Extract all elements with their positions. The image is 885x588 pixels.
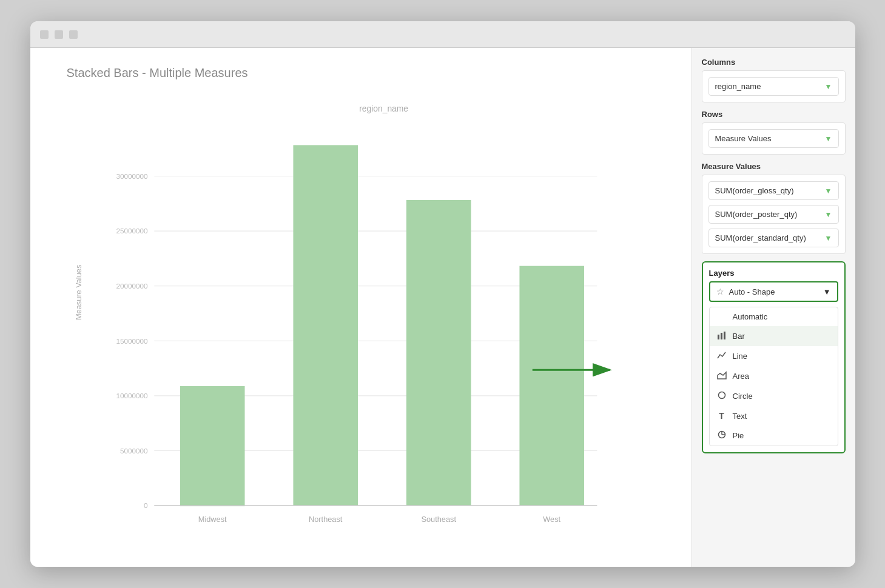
menu-label-area: Area [733, 372, 749, 381]
svg-rect-2 [721, 333, 722, 339]
columns-label: Columns [702, 58, 846, 67]
rows-value: Measure Values [715, 134, 772, 143]
measure-values-section: Measure Values SUM(order_gloss_qty) ▼ SU… [702, 162, 846, 254]
menu-item-circle[interactable]: Circle [710, 386, 838, 406]
bar-midwest [180, 386, 244, 506]
pie-icon [717, 430, 727, 441]
menu-item-pie[interactable]: Pie [710, 426, 838, 446]
chart-title: Stacked Bars - Multiple Measures [67, 66, 673, 80]
layers-section: Layers ☆ Auto - Shape ▼ Automatic [702, 261, 846, 453]
menu-item-line[interactable]: Line [710, 346, 838, 366]
bar-west [519, 266, 584, 506]
x-label-midwest: Midwest [198, 515, 226, 524]
menu-item-text[interactable]: T Text [710, 406, 838, 426]
content-area: Stacked Bars - Multiple Measures region_… [30, 48, 855, 567]
svg-point-5 [718, 392, 725, 399]
rows-arrow-icon: ▼ [825, 135, 832, 143]
y-tick-30m: 30000000 [116, 172, 148, 180]
bar-icon [717, 331, 727, 341]
y-tick-10m: 10000000 [116, 392, 148, 399]
chart-area: region_name Measure Values 0 5000000 100… [42, 92, 673, 544]
measure-poster-arrow-icon: ▼ [825, 210, 832, 219]
measure-poster-dropdown[interactable]: SUM(order_poster_qty) ▼ [708, 205, 839, 224]
menu-label-automatic: Automatic [733, 312, 768, 321]
y-tick-15m: 15000000 [116, 337, 148, 345]
traffic-light-2[interactable] [55, 30, 63, 39]
y-axis-label: Measure Values [73, 265, 82, 320]
layers-dropdown-btn[interactable]: ☆ Auto - Shape ▼ [709, 281, 838, 302]
columns-block: region_name ▼ [702, 70, 846, 102]
menu-item-area[interactable]: Area [710, 366, 838, 386]
x-label-west: West [543, 515, 560, 524]
chart-svg: region_name Measure Values 0 5000000 100… [42, 92, 673, 544]
layers-dropdown-menu: Automatic Bar Line [709, 307, 838, 446]
main-window: Stacked Bars - Multiple Measures region_… [30, 21, 855, 567]
measure-gloss-value: SUM(order_gloss_qty) [715, 186, 794, 195]
layers-label: Layers [709, 269, 838, 278]
x-label-southeast: Southeast [421, 515, 456, 524]
x-label-northeast: Northeast [309, 515, 343, 524]
measure-poster-value: SUM(order_poster_qty) [715, 210, 798, 219]
menu-item-bar[interactable]: Bar [710, 326, 838, 346]
columns-value: region_name [715, 82, 761, 91]
rows-block: Measure Values ▼ [702, 122, 846, 155]
menu-label-text: Text [733, 412, 747, 421]
traffic-light-3[interactable] [69, 30, 78, 39]
svg-marker-4 [718, 372, 726, 379]
svg-rect-3 [724, 332, 725, 339]
measure-standard-arrow-icon: ▼ [825, 234, 832, 242]
menu-label-circle: Circle [733, 392, 753, 401]
measure-values-label: Measure Values [702, 162, 846, 171]
svg-rect-1 [718, 335, 719, 339]
menu-label-line: Line [733, 352, 748, 361]
measure-gloss-arrow-icon: ▼ [825, 187, 832, 195]
columns-dropdown[interactable]: region_name ▼ [708, 77, 839, 96]
y-tick-5m: 5000000 [120, 447, 148, 455]
area-icon [717, 371, 727, 381]
chart-panel: Stacked Bars - Multiple Measures region_… [30, 48, 692, 567]
rows-dropdown[interactable]: Measure Values ▼ [708, 129, 839, 148]
bar-northeast [293, 145, 358, 506]
circle-icon [717, 391, 727, 401]
bar-southeast [406, 200, 471, 506]
line-icon [717, 351, 727, 361]
measure-standard-dropdown[interactable]: SUM(order_standard_qty) ▼ [708, 229, 839, 247]
x-axis-label: region_name [359, 104, 408, 113]
y-tick-20m: 20000000 [116, 282, 148, 290]
measure-values-block: SUM(order_gloss_qty) ▼ SUM(order_poster_… [702, 175, 846, 254]
layers-arrow-icon: ▼ [823, 287, 831, 296]
columns-arrow-icon: ▼ [825, 82, 832, 91]
menu-item-automatic[interactable]: Automatic [710, 307, 838, 326]
layers-current-value: Auto - Shape [729, 287, 775, 296]
rows-label: Rows [702, 110, 846, 119]
rows-section: Rows Measure Values ▼ [702, 110, 846, 155]
text-icon: T [717, 411, 727, 421]
traffic-light-1[interactable] [40, 30, 49, 39]
menu-label-bar: Bar [733, 332, 745, 341]
columns-section: Columns region_name ▼ [702, 58, 846, 102]
y-tick-0: 0 [144, 501, 148, 509]
menu-label-pie: Pie [733, 431, 744, 440]
measure-standard-value: SUM(order_standard_qty) [715, 233, 806, 242]
measure-gloss-dropdown[interactable]: SUM(order_gloss_qty) ▼ [708, 181, 839, 200]
star-icon: ☆ [716, 287, 724, 296]
y-tick-25m: 25000000 [116, 227, 148, 235]
title-bar [30, 21, 855, 48]
right-panel: Columns region_name ▼ Rows Measure Value… [692, 48, 855, 567]
